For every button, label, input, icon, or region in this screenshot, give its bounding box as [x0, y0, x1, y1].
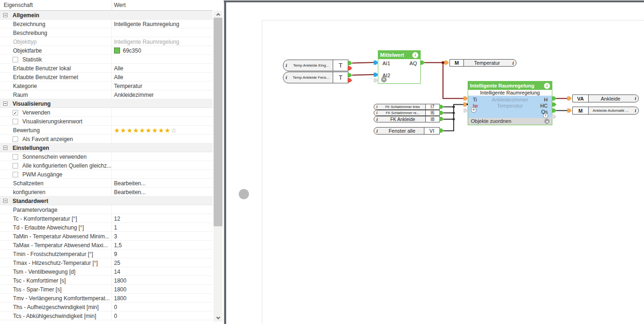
output-connector-spare[interactable]: [552, 115, 557, 119]
output-connector-green[interactable]: [348, 73, 352, 77]
info-icon[interactable]: i: [374, 117, 380, 122]
rating-stars[interactable]: ★★★★★★★★★☆: [112, 126, 213, 135]
add-input-button[interactable]: +: [381, 77, 387, 82]
collapse-icon[interactable]: [3, 101, 7, 106]
collapse-circle-icon[interactable]: [544, 119, 550, 124]
property-row[interactable]: Alle konfigurierten Quellen gleichz...: [0, 161, 213, 170]
collapse-icon[interactable]: [3, 13, 7, 17]
output-capsule-ankleide[interactable]: VA Ankleide i: [572, 94, 639, 102]
output-connector-h[interactable]: [552, 96, 557, 101]
property-row[interactable]: Erlaubte Benutzer InternetAlle: [0, 73, 213, 81]
property-section-row[interactable]: Einstellungen: [0, 143, 213, 152]
column-header-value[interactable]: Wert: [114, 0, 126, 11]
output-connector-green[interactable]: [439, 111, 444, 115]
property-row[interactable]: Tmax - Hitzeschutz-Temperatur [°]25: [0, 258, 213, 267]
property-value[interactable]: Bearbeiten...: [112, 188, 213, 196]
star-icon[interactable]: ★: [165, 126, 171, 135]
info-icon[interactable]: i: [374, 128, 380, 134]
property-section-row[interactable]: Standardwert: [0, 196, 213, 205]
scroll-up-button[interactable]: [214, 11, 222, 18]
property-row[interactable]: Tc - Komforttemperatur [°]12: [0, 214, 213, 223]
property-row[interactable]: SchaltzeitenBearbeiten...: [0, 179, 213, 188]
checkbox[interactable]: [13, 57, 18, 62]
property-row[interactable]: Bewertung★★★★★★★★★☆: [0, 126, 213, 135]
output-connector-red[interactable]: [348, 66, 352, 70]
info-icon[interactable]: i: [544, 83, 550, 89]
mittelwert-header[interactable]: Mittelwert i: [378, 51, 420, 59]
info-icon[interactable]: i: [283, 63, 289, 68]
property-row[interactable]: Tss - Spar-Timer [s]1800: [0, 285, 213, 294]
property-row[interactable]: Statistik: [0, 55, 213, 64]
info-icon[interactable]: i: [374, 105, 380, 109]
info-icon[interactable]: i: [632, 96, 638, 101]
memory-marker-temperatur[interactable]: M Temperatur i: [449, 59, 517, 67]
add-output-button[interactable]: +: [543, 113, 548, 118]
output-capsule-automatik[interactable]: M Ankleide Automatik ... i: [572, 107, 639, 115]
property-row[interactable]: Sonnenschein verwenden: [0, 152, 213, 161]
property-value[interactable]: Bearbeiten...: [112, 179, 213, 188]
pan-indicator-circle[interactable]: [239, 189, 249, 199]
output-connector-green[interactable]: [348, 61, 352, 65]
sensor-capsule-temp-1[interactable]: i Temp Ankleide Eing... T: [283, 60, 349, 71]
property-row[interactable]: Tsc - Komforttimer [s]1800: [0, 276, 213, 285]
info-icon[interactable]: i: [632, 108, 638, 113]
checkbox[interactable]: [13, 163, 18, 169]
property-row[interactable]: BezeichnungIntelligente Raumregelung: [0, 20, 213, 28]
property-row[interactable]: TaMin - Temperatur Abwesend Minim...3: [0, 232, 213, 241]
star-icon[interactable]: ★: [133, 126, 140, 135]
property-row[interactable]: Tcs - Abkühlgeschwindigkeit [min]0: [0, 311, 213, 320]
checkbox[interactable]: [13, 119, 18, 124]
property-row[interactable]: RaumAnkleidezimmer: [0, 90, 213, 99]
property-row[interactable]: PWM Ausgänge: [0, 170, 213, 179]
output-connector-aq[interactable]: [420, 61, 425, 65]
star-icon[interactable]: ★: [139, 126, 146, 135]
sensor-capsule-temp-2[interactable]: i Temp Ankleide Fens... T: [283, 72, 349, 83]
window-contact-capsule[interactable]: i FK Ankleide I8: [374, 116, 440, 122]
output-connector-hc[interactable]: [552, 102, 557, 107]
property-row[interactable]: Parametervorlage: [0, 205, 213, 214]
info-icon[interactable]: i: [510, 61, 516, 66]
property-row[interactable]: KategorieTemperatur: [0, 81, 213, 90]
property-row[interactable]: Beschreibung: [0, 28, 213, 37]
collapse-icon[interactable]: [3, 199, 7, 203]
property-row[interactable]: Td - Erlaubte Abweichung [°]1: [0, 223, 213, 232]
scrollbar-thumb[interactable]: [214, 18, 222, 226]
star-icon[interactable]: ★: [121, 126, 127, 135]
property-row[interactable]: Ths - Aufheizgeschwindigkeit [min]0: [0, 303, 213, 311]
property-row[interactable]: Tmin - Frostschutztemperatur [°]9: [0, 250, 213, 258]
property-row[interactable]: konfigurierenBearbeiten...: [0, 188, 213, 196]
checkbox[interactable]: [13, 136, 18, 142]
collapse-icon[interactable]: [3, 146, 7, 150]
property-row[interactable]: Tmv - Verlängerung Komforttemperat...180…: [0, 294, 213, 303]
output-connector-green[interactable]: [439, 105, 444, 109]
star-icon[interactable]: ★: [146, 126, 152, 135]
assign-objects-bar[interactable]: Objekte zuordnen: [468, 118, 552, 125]
raumregelung-block[interactable]: Intelligente Raumregelung i Intelligente…: [468, 81, 552, 125]
marker-connector-orange[interactable]: [444, 61, 449, 65]
property-section-row[interactable]: Visualisierung: [0, 99, 213, 108]
star-icon[interactable]: ★: [114, 126, 121, 135]
checkbox[interactable]: [13, 154, 18, 160]
properties-scrollbar[interactable]: [214, 11, 222, 322]
window-contact-capsule[interactable]: i FK Schlafzimmer re... I6: [374, 110, 440, 116]
info-icon[interactable]: i: [412, 52, 418, 58]
add-input-button[interactable]: +: [471, 107, 476, 113]
checkbox[interactable]: ✓: [13, 110, 18, 115]
scroll-down-button[interactable]: [214, 314, 222, 322]
property-row[interactable]: ObjekttypIntelligente Raumregelung: [0, 37, 213, 46]
info-icon[interactable]: i: [374, 111, 380, 115]
output-connector-qs[interactable]: [552, 108, 557, 113]
property-row[interactable]: Tsm - Ventilbewegung [d]14: [0, 267, 213, 276]
marker-connector-orange[interactable]: [567, 96, 572, 101]
info-icon[interactable]: i: [283, 75, 289, 80]
property-row[interactable]: TaMax - Temperatur Abwesend Maxi...1,5: [0, 241, 213, 250]
checkbox[interactable]: [13, 172, 18, 177]
window-contact-capsule[interactable]: i FK Schlafzimmer links I7: [374, 104, 440, 110]
star-icon[interactable]: ★: [127, 126, 133, 135]
property-row[interactable]: Als Favorit anzeigen: [0, 135, 213, 143]
window-contact-capsule[interactable]: i Fenster alle VI: [374, 127, 440, 135]
output-connector-red[interactable]: [348, 78, 352, 82]
star-icon[interactable]: ☆: [171, 126, 177, 135]
color-swatch[interactable]: [114, 47, 120, 54]
column-divider[interactable]: [112, 1, 112, 10]
